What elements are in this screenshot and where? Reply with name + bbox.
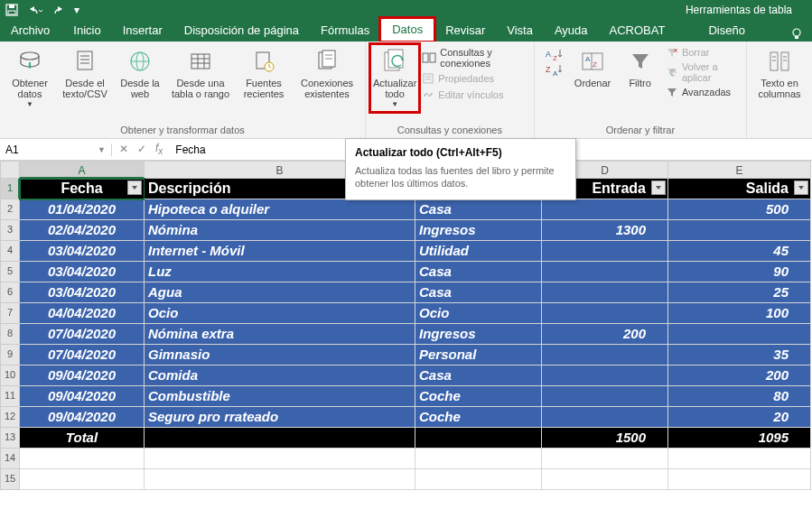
- row-header[interactable]: 12: [0, 407, 20, 428]
- from-web-button[interactable]: Desde la web: [116, 45, 164, 101]
- table-cell[interactable]: [542, 241, 668, 262]
- col-header-a[interactable]: A: [20, 161, 145, 179]
- tab-data[interactable]: Datos: [380, 18, 434, 42]
- table-cell[interactable]: 80: [668, 386, 811, 407]
- table-cell[interactable]: 04/04/2020: [20, 303, 145, 324]
- row-header[interactable]: 5: [0, 262, 20, 282]
- row-header[interactable]: 3: [0, 220, 20, 241]
- table-cell[interactable]: Comida: [145, 366, 415, 386]
- tab-formulas[interactable]: Fórmulas: [310, 20, 380, 42]
- table-cell[interactable]: [542, 345, 668, 366]
- table-cell[interactable]: Ingresos: [415, 324, 542, 345]
- table-cell[interactable]: [542, 262, 668, 282]
- table-cell[interactable]: Seguro pro rrateado: [145, 407, 415, 428]
- table-cell[interactable]: Casa: [415, 262, 542, 282]
- table-cell[interactable]: 500: [668, 199, 811, 220]
- table-cell[interactable]: Ocio: [145, 303, 415, 324]
- table-cell[interactable]: Nómina extra: [145, 324, 415, 345]
- empty-cell[interactable]: [20, 449, 145, 469]
- tab-layout[interactable]: Disposición de página: [173, 20, 310, 42]
- total-label[interactable]: Total: [20, 428, 145, 449]
- existing-conn-button[interactable]: Conexiones existentes: [294, 45, 359, 101]
- row-header[interactable]: 11: [0, 386, 20, 407]
- table-cell[interactable]: 02/04/2020: [20, 220, 145, 241]
- table-cell[interactable]: Internet - Móvil: [145, 241, 415, 262]
- table-header-fecha[interactable]: Fecha: [20, 179, 145, 199]
- table-cell[interactable]: 01/04/2020: [20, 199, 145, 220]
- table-cell[interactable]: [542, 407, 668, 428]
- properties-button[interactable]: Propiedades: [422, 72, 527, 85]
- table-cell[interactable]: Gimnasio: [145, 345, 415, 366]
- queries-conn-button[interactable]: Consultas y conexiones: [422, 47, 527, 69]
- table-cell[interactable]: 03/04/2020: [20, 241, 145, 262]
- filter-button[interactable]: Filtro: [618, 45, 662, 90]
- filter-dropdown-icon[interactable]: [127, 180, 142, 195]
- empty-cell[interactable]: [415, 469, 542, 490]
- from-csv-button[interactable]: Desde el texto/CSV: [58, 45, 112, 101]
- row-header[interactable]: 7: [0, 303, 20, 324]
- table-cell[interactable]: 07/04/2020: [20, 345, 145, 366]
- select-all-corner[interactable]: [0, 161, 20, 179]
- enter-formula-icon[interactable]: ✓: [137, 143, 146, 155]
- table-cell[interactable]: 20: [668, 407, 811, 428]
- qat-dropdown-icon[interactable]: ▾: [74, 4, 79, 16]
- cancel-formula-icon[interactable]: ✕: [119, 143, 128, 155]
- table-cell[interactable]: [542, 282, 668, 303]
- total-entrada[interactable]: 1500: [542, 428, 668, 449]
- table-cell[interactable]: 200: [542, 324, 668, 345]
- fx-icon[interactable]: fx: [155, 142, 163, 156]
- table-cell[interactable]: 07/04/2020: [20, 324, 145, 345]
- table-cell[interactable]: 09/04/2020: [20, 386, 145, 407]
- row-header[interactable]: 8: [0, 324, 20, 345]
- table-cell[interactable]: Agua: [145, 282, 415, 303]
- empty-cell[interactable]: [415, 449, 542, 469]
- total-salida[interactable]: 1095: [668, 428, 811, 449]
- tab-file[interactable]: Archivo: [5, 20, 62, 42]
- refresh-all-button[interactable]: Actualizar todo▼: [371, 45, 418, 111]
- filter-dropdown-icon[interactable]: [651, 180, 666, 195]
- table-cell[interactable]: Personal: [415, 345, 542, 366]
- table-cell[interactable]: 1300: [542, 220, 668, 241]
- empty-cell[interactable]: [668, 469, 811, 490]
- tell-me-bulb-icon[interactable]: [790, 27, 803, 42]
- table-cell[interactable]: Casa: [415, 282, 542, 303]
- table-cell[interactable]: Hipoteca o alquiler: [145, 199, 415, 220]
- row-header[interactable]: 1: [0, 179, 20, 199]
- col-header-e[interactable]: E: [668, 161, 811, 179]
- empty-cell[interactable]: [20, 469, 145, 490]
- table-cell[interactable]: 03/04/2020: [20, 262, 145, 282]
- empty-cell[interactable]: [542, 469, 668, 490]
- table-cell[interactable]: Casa: [415, 199, 542, 220]
- row-header[interactable]: 15: [0, 469, 20, 490]
- table-cell[interactable]: 45: [668, 241, 811, 262]
- table-cell[interactable]: Coche: [415, 386, 542, 407]
- sort-button[interactable]: AZ Ordenar: [571, 45, 615, 90]
- row-header[interactable]: 2: [0, 199, 20, 220]
- table-cell[interactable]: [542, 199, 668, 220]
- chevron-down-icon[interactable]: ▼: [98, 145, 106, 154]
- row-header[interactable]: 4: [0, 241, 20, 262]
- recent-sources-button[interactable]: Fuentes recientes: [237, 45, 291, 101]
- save-icon[interactable]: [5, 4, 18, 16]
- table-cell[interactable]: [668, 220, 811, 241]
- tab-design[interactable]: Diseño: [676, 20, 777, 42]
- name-box[interactable]: A1 ▼: [0, 143, 112, 156]
- from-table-button[interactable]: Desde una tabla o rango: [168, 45, 233, 101]
- row-header[interactable]: 10: [0, 366, 20, 386]
- row-header[interactable]: 14: [0, 449, 20, 469]
- table-cell[interactable]: 200: [668, 366, 811, 386]
- table-cell[interactable]: [542, 303, 668, 324]
- table-cell[interactable]: Casa: [415, 366, 542, 386]
- text-to-columns-button[interactable]: Texto en columnas: [752, 45, 807, 101]
- table-cell[interactable]: 09/04/2020: [20, 407, 145, 428]
- table-header-salida[interactable]: Salida: [668, 179, 811, 199]
- row-header[interactable]: 9: [0, 345, 20, 366]
- tab-acrobat[interactable]: ACROBAT: [599, 20, 677, 42]
- table-cell[interactable]: 09/04/2020: [20, 366, 145, 386]
- table-cell[interactable]: Luz: [145, 262, 415, 282]
- table-cell[interactable]: 100: [668, 303, 811, 324]
- table-cell[interactable]: 03/04/2020: [20, 282, 145, 303]
- table-cell[interactable]: 25: [668, 282, 811, 303]
- row-header[interactable]: 13: [0, 428, 20, 449]
- tab-insert[interactable]: Insertar: [112, 20, 173, 42]
